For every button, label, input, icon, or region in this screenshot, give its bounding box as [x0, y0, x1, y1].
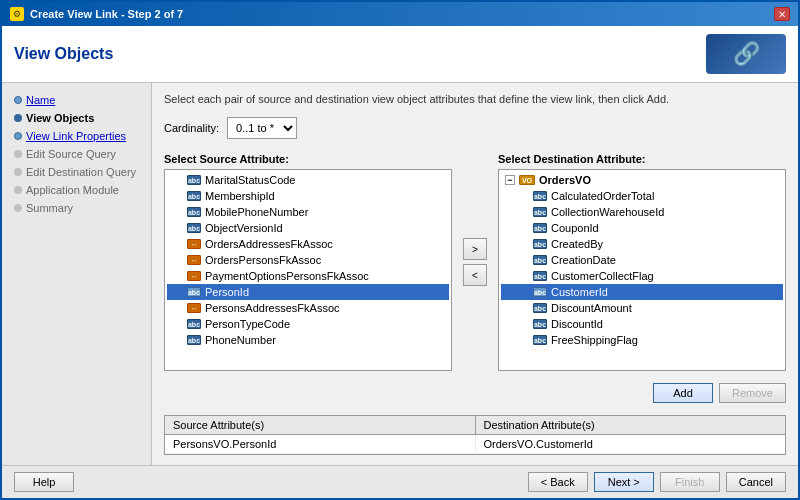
add-remove-row: Add Remove	[164, 383, 786, 403]
attr-icon: abc	[533, 239, 547, 249]
next-button[interactable]: Next >	[594, 472, 654, 492]
list-item[interactable]: abc MobilePhoneNumber	[167, 204, 449, 220]
attr-icon: abc	[533, 287, 547, 297]
list-item[interactable]: abc MaritalStatusCode	[167, 172, 449, 188]
source-cell: PersonsVO.PersonId	[165, 435, 476, 453]
sidebar-item-summary: Summary	[6, 199, 147, 217]
source-attribute-list[interactable]: abc MaritalStatusCode abc MembershipId a…	[164, 169, 452, 371]
list-item[interactable]: abc FreeShippingFlag	[501, 332, 783, 348]
expand-icon[interactable]: −	[505, 175, 515, 185]
destination-panel-label: Select Destination Attribute:	[498, 153, 786, 165]
sidebar-dot-vlp	[14, 132, 22, 140]
attr-icon: abc	[533, 303, 547, 313]
vo-icon: VO	[519, 175, 535, 185]
attr-icon: abc	[187, 319, 201, 329]
sidebar: Name View Objects View Link Properties E…	[2, 83, 152, 465]
attr-icon: abc	[533, 335, 547, 345]
sidebar-item-application-module: Application Module	[6, 181, 147, 199]
header-graphic-icon: 🔗	[733, 41, 760, 67]
move-right-button[interactable]: >	[463, 238, 487, 260]
sidebar-item-name[interactable]: Name	[6, 91, 147, 109]
mapping-table: Source Attribute(s) Destination Attribut…	[164, 415, 786, 455]
assoc-icon: ↔	[187, 239, 201, 249]
title-bar: ⚙ Create View Link - Step 2 of 7 ✕	[2, 2, 798, 26]
assoc-icon: ↔	[187, 255, 201, 265]
sidebar-dot-edq	[14, 168, 22, 176]
attr-icon: abc	[187, 207, 201, 217]
sidebar-dot-am	[14, 186, 22, 194]
list-item[interactable]: abc CouponId	[501, 220, 783, 236]
destination-attribute-list[interactable]: − VO OrdersVO abc CalculatedOrderTotal a…	[498, 169, 786, 371]
remove-button[interactable]: Remove	[719, 383, 786, 403]
list-item-root[interactable]: − VO OrdersVO	[501, 172, 783, 188]
sidebar-item-view-link-properties[interactable]: View Link Properties	[6, 127, 147, 145]
attribute-panels: Select Source Attribute: abc MaritalStat…	[164, 153, 786, 371]
attr-icon: abc	[187, 191, 201, 201]
list-item[interactable]: abc CustomerCollectFlag	[501, 268, 783, 284]
list-item[interactable]: abc PersonTypeCode	[167, 316, 449, 332]
move-left-button[interactable]: <	[463, 264, 487, 286]
list-item[interactable]: abc MembershipId	[167, 188, 449, 204]
cardinality-select[interactable]: 0..1 to * 1 to * 0..1 to 1 1 to 1	[227, 117, 297, 139]
add-button[interactable]: Add	[653, 383, 713, 403]
assoc-icon: ↔	[187, 271, 201, 281]
cancel-button[interactable]: Cancel	[726, 472, 786, 492]
list-item[interactable]: ↔ PaymentOptionsPersonsFkAssoc	[167, 268, 449, 284]
sidebar-dot-view-objects	[14, 114, 22, 122]
list-item[interactable]: abc CreationDate	[501, 252, 783, 268]
assoc-icon: ↔	[187, 303, 201, 313]
page-header: View Objects 🔗	[2, 26, 798, 83]
attr-icon: abc	[533, 223, 547, 233]
sidebar-dot-summary	[14, 204, 22, 212]
back-button[interactable]: < Back	[528, 472, 588, 492]
main-window: ⚙ Create View Link - Step 2 of 7 ✕ View …	[0, 0, 800, 500]
destination-col-header: Destination Attribute(s)	[476, 416, 786, 434]
window-icon: ⚙	[10, 7, 24, 21]
source-panel: Select Source Attribute: abc MaritalStat…	[164, 153, 452, 371]
list-item[interactable]: abc DiscountAmount	[501, 300, 783, 316]
mapping-header: Source Attribute(s) Destination Attribut…	[165, 416, 785, 435]
instruction-text: Select each pair of source and destinati…	[164, 93, 786, 105]
header-graphic: 🔗	[706, 34, 786, 74]
list-item[interactable]: abc CollectionWarehouseId	[501, 204, 783, 220]
close-button[interactable]: ✕	[774, 7, 790, 21]
list-item[interactable]: abc PhoneNumber	[167, 332, 449, 348]
list-item[interactable]: abc PersonId	[167, 284, 449, 300]
window-title: Create View Link - Step 2 of 7	[30, 8, 768, 20]
attr-icon: abc	[533, 191, 547, 201]
sidebar-item-edit-source-query: Edit Source Query	[6, 145, 147, 163]
attr-icon: abc	[187, 335, 201, 345]
list-item[interactable]: abc CalculatedOrderTotal	[501, 188, 783, 204]
list-item[interactable]: abc CustomerId	[501, 284, 783, 300]
list-item[interactable]: ↔ PersonsAddressesFkAssoc	[167, 300, 449, 316]
table-row[interactable]: PersonsVO.PersonId OrdersVO.CustomerId	[165, 435, 785, 454]
window-content: View Objects 🔗 Name View Objects View L	[2, 26, 798, 498]
source-panel-label: Select Source Attribute:	[164, 153, 452, 165]
footer: Help < Back Next > Finish Cancel	[2, 465, 798, 498]
attr-icon: abc	[187, 223, 201, 233]
sidebar-dot-name	[14, 96, 22, 104]
sidebar-item-edit-destination-query: Edit Destination Query	[6, 163, 147, 181]
attr-icon: abc	[533, 319, 547, 329]
destination-cell: OrdersVO.CustomerId	[476, 435, 786, 453]
footer-right-buttons: < Back Next > Finish Cancel	[528, 472, 786, 492]
list-item[interactable]: ↔ OrdersPersonsFkAssoc	[167, 252, 449, 268]
list-item[interactable]: ↔ OrdersAddressesFkAssoc	[167, 236, 449, 252]
list-item[interactable]: abc DiscountId	[501, 316, 783, 332]
middle-buttons: > <	[460, 153, 490, 371]
cardinality-row: Cardinality: 0..1 to * 1 to * 0..1 to 1 …	[164, 117, 786, 139]
attr-icon: abc	[187, 287, 201, 297]
finish-button[interactable]: Finish	[660, 472, 720, 492]
help-button[interactable]: Help	[14, 472, 74, 492]
content-area: Select each pair of source and destinati…	[152, 83, 798, 465]
sidebar-dot-esq	[14, 150, 22, 158]
attr-icon: abc	[533, 271, 547, 281]
source-col-header: Source Attribute(s)	[165, 416, 476, 434]
main-area: Name View Objects View Link Properties E…	[2, 83, 798, 465]
list-item[interactable]: abc ObjectVersionId	[167, 220, 449, 236]
attr-icon: abc	[533, 255, 547, 265]
list-item[interactable]: abc CreatedBy	[501, 236, 783, 252]
attr-icon: abc	[187, 175, 201, 185]
attr-icon: abc	[533, 207, 547, 217]
sidebar-item-view-objects[interactable]: View Objects	[6, 109, 147, 127]
